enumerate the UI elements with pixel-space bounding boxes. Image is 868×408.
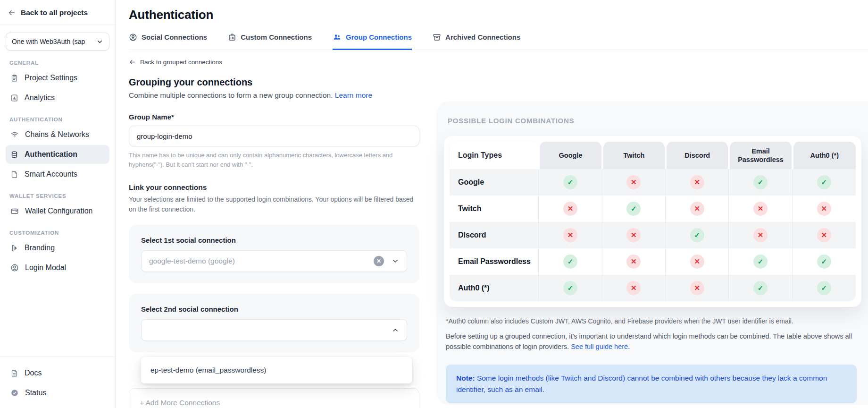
combination-cell: ✕ — [793, 196, 856, 222]
combinations-table: Login TypesGoogleTwitchDiscordEmail Pass… — [450, 142, 856, 301]
column-header: Email Passwordless — [729, 142, 792, 169]
table-row: Auth0 (*)✓✕✕✓✓ — [450, 275, 856, 301]
user-circle-icon — [10, 264, 19, 272]
sidebar-item-wallet-configuration[interactable]: Wallet Configuration — [6, 202, 109, 221]
check-icon: ✓ — [626, 202, 641, 216]
tab-archived-connections[interactable]: Archived Connections — [433, 33, 520, 50]
combination-cell: ✓ — [729, 169, 792, 196]
form-subheading-text: Combine multiple connections to form a n… — [129, 91, 333, 99]
column-header-login-types: Login Types — [450, 142, 539, 169]
back-to-projects-link[interactable]: Back to all projects — [0, 0, 115, 25]
combination-cell: ✓ — [602, 196, 666, 222]
combination-cell: ✕ — [666, 248, 729, 275]
note-text: Some login methods (like Twitch and Disc… — [456, 374, 827, 393]
section-label-general: GENERAL — [9, 60, 106, 66]
combination-cell: ✓ — [729, 275, 792, 301]
learn-more-link[interactable]: Learn more — [335, 91, 372, 99]
combinations-table-card: Login TypesGoogleTwitchDiscordEmail Pass… — [444, 136, 861, 307]
section-label-authentication: AUTHENTICATION — [9, 117, 106, 122]
clear-selection-icon[interactable]: ✕ — [374, 256, 384, 266]
check-icon: ✓ — [563, 255, 577, 269]
project-selector[interactable]: One with Web3Auth (sap — [6, 33, 109, 51]
combination-cell: ✕ — [729, 222, 792, 248]
app-window: Back to all projects One with Web3Auth (… — [0, 0, 868, 408]
section-label-customization: CUSTOMIZATION — [9, 230, 106, 236]
status-check-icon — [10, 389, 19, 397]
form-subheading: Combine multiple connections to form a n… — [129, 91, 419, 100]
login-combinations-panel: POSSIBLE LOGIN COMBINATIONS Login TypesG… — [436, 102, 868, 405]
combination-cell: ✓ — [793, 275, 856, 301]
sidebar-item-authentication[interactable]: Authentication — [6, 145, 109, 164]
file-icon — [10, 170, 18, 178]
users-group-icon — [333, 33, 342, 42]
group-name-input[interactable] — [129, 126, 419, 146]
dropdown-option-ep-test-demo[interactable]: ep-test-demo (email_passwordless) — [141, 359, 412, 381]
tab-label: Social Connections — [142, 33, 207, 41]
docs-icon — [10, 369, 18, 377]
sidebar-item-login-modal[interactable]: Login Modal — [6, 258, 109, 277]
check-icon: ✓ — [753, 255, 768, 269]
combination-cell: ✓ — [539, 169, 602, 196]
row-label: Twitch — [450, 196, 539, 222]
tab-social-connections[interactable]: Social Connections — [129, 33, 207, 50]
row-label: Discord — [450, 222, 539, 248]
page-title: Authentication — [129, 8, 868, 22]
combination-cell: ✓ — [539, 275, 602, 301]
form-heading: Grouping your connections — [129, 77, 419, 88]
cross-icon: ✕ — [626, 175, 641, 189]
sidebar-item-project-settings[interactable]: Project Settings — [6, 68, 109, 87]
cross-icon: ✕ — [563, 202, 577, 216]
combination-cell: ✕ — [729, 196, 792, 222]
add-more-connections-button[interactable]: + Add More Connections — [129, 388, 419, 408]
sidebar-item-docs[interactable]: Docs — [6, 364, 109, 382]
chevron-down-icon[interactable] — [392, 257, 399, 265]
panel-description: Before setting up a grouped connection, … — [444, 331, 861, 352]
check-icon: ✓ — [563, 281, 577, 295]
sidebar-item-label: Project Settings — [25, 74, 77, 82]
panel-title: POSSIBLE LOGIN COMBINATIONS — [444, 117, 861, 125]
user-circle-icon — [129, 33, 137, 42]
sidebar-item-label: Authentication — [25, 150, 77, 159]
link-connections-description: Your selections are limited to the suppo… — [129, 195, 419, 214]
combinations-header-row: Login TypesGoogleTwitchDiscordEmail Pass… — [450, 142, 856, 169]
check-icon: ✓ — [817, 255, 831, 269]
combination-cell: ✓ — [666, 222, 729, 248]
check-icon: ✓ — [563, 175, 577, 189]
content-area: Back to grouped connections Grouping you… — [116, 50, 868, 408]
cross-icon: ✕ — [753, 202, 768, 216]
cross-icon: ✕ — [690, 255, 704, 269]
sidebar-item-analytics[interactable]: Analytics — [6, 88, 109, 107]
database-icon — [10, 151, 18, 159]
auth0-footnote: *Auth0 column also includes Custom JWT, … — [444, 317, 861, 325]
tab-custom-connections[interactable]: Custom Connections — [228, 33, 312, 50]
sidebar-item-smart-accounts[interactable]: Smart Accounts — [6, 165, 109, 184]
sidebar-item-label: Wallet Configuration — [25, 207, 92, 215]
check-icon: ✓ — [690, 228, 704, 242]
combination-cell: ✕ — [666, 169, 729, 196]
tab-group-connections[interactable]: Group Connections — [333, 33, 412, 50]
first-connection-value: google-test-demo (google) — [149, 257, 374, 265]
column-header: Google — [539, 142, 602, 169]
note-box: Note: Some login methods (like Twitch an… — [446, 365, 857, 403]
note-label: Note: — [456, 374, 475, 382]
combination-cell: ✕ — [666, 196, 729, 222]
first-connection-select[interactable]: google-test-demo (google) ✕ — [141, 250, 407, 272]
combination-cell: ✕ — [539, 222, 602, 248]
row-label: Google — [450, 169, 539, 196]
column-header: Auth0 (*) — [793, 142, 856, 169]
combination-cell: ✕ — [666, 275, 729, 301]
sidebar-item-status[interactable]: Status — [6, 383, 109, 402]
chevron-down-icon — [96, 38, 103, 45]
table-row: Discord✕✕✓✕✕ — [450, 222, 856, 248]
check-icon: ✓ — [817, 175, 831, 189]
chevron-up-icon[interactable] — [392, 326, 399, 334]
wallet-icon — [10, 207, 19, 215]
sidebar-item-chains-networks[interactable]: Chains & Networks — [6, 125, 109, 144]
tab-label: Group Connections — [346, 33, 412, 41]
second-connection-select[interactable] — [141, 319, 407, 341]
sidebar-item-branding[interactable]: Branding — [6, 238, 109, 257]
check-icon: ✓ — [753, 281, 768, 295]
combination-cell: ✓ — [793, 248, 856, 275]
full-guide-link[interactable]: See full guide here. — [571, 343, 630, 350]
back-to-grouped-connections-link[interactable]: Back to grouped connections — [129, 59, 419, 66]
